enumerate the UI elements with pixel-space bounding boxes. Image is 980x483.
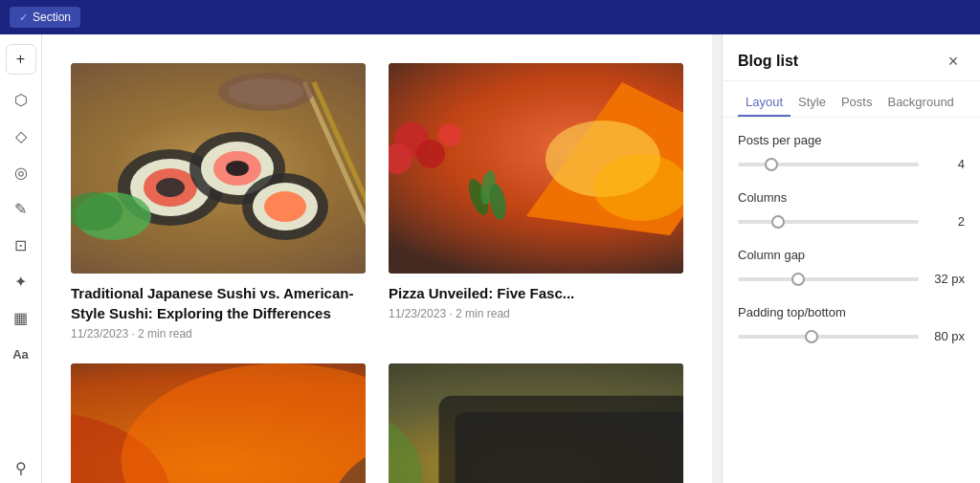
posts-per-page-slider-row: 4 [738, 157, 965, 171]
tab-style-label: Style [798, 95, 826, 109]
padding-group: Padding top/bottom 80 px [738, 305, 965, 343]
padding-label: Padding top/bottom [738, 305, 965, 319]
svg-point-12 [264, 191, 306, 222]
section-label: Section [33, 11, 71, 24]
translate-icon: Aa [12, 347, 29, 362]
sidebar-theme-button[interactable]: ◎ [6, 157, 36, 187]
blog-card-1-date: 11/23/2023 [71, 327, 128, 340]
diamond-icon: ◇ [15, 127, 27, 145]
main-content: Traditional Japanese Sushi vs. American-… [42, 34, 712, 483]
columns-value: 2 [926, 214, 965, 229]
tab-background[interactable]: Background [880, 89, 961, 117]
columns-group: Columns 2 [738, 190, 965, 229]
column-gap-group: Column gap 32 px [738, 248, 965, 286]
sidebar-analytics-button[interactable]: ▦ [6, 302, 36, 333]
column-gap-label: Column gap [738, 248, 965, 262]
sparkle-icon: ✦ [14, 273, 27, 291]
section-badge[interactable]: ✓ Section [10, 7, 80, 28]
sidebar-ai-button[interactable]: ✦ [6, 266, 36, 296]
blog-card-1[interactable]: Traditional Japanese Sushi vs. American-… [71, 63, 366, 340]
plus-icon: + [16, 51, 25, 68]
blog-card-1-image [71, 63, 366, 274]
close-icon: × [948, 52, 959, 72]
panel-title: Blog list [738, 53, 798, 70]
posts-per-page-label: Posts per page [738, 133, 965, 147]
column-gap-slider[interactable] [738, 277, 919, 281]
close-panel-button[interactable]: × [942, 50, 965, 73]
tab-background-label: Background [887, 95, 953, 109]
sidebar-translate-button[interactable]: Aa [6, 339, 36, 369]
right-panel: Blog list × Layout Style Posts Backgroun… [722, 34, 980, 483]
left-sidebar: + ⬡ ◇ ◎ ✎ ⊡ ✦ ▦ Aa ⚲ [0, 34, 42, 483]
posts-per-page-slider[interactable] [738, 163, 919, 166]
panel-tabs: Layout Style Posts Background [723, 81, 980, 118]
columns-label: Columns [738, 190, 965, 205]
sidebar-edit-button[interactable]: ✎ [6, 193, 36, 224]
padding-slider[interactable] [738, 335, 919, 339]
tab-posts[interactable]: Posts [834, 89, 880, 117]
sidebar-layers-button[interactable]: ⬡ [6, 84, 36, 115]
check-icon: ✓ [19, 11, 28, 24]
search-icon: ⚲ [15, 459, 27, 477]
column-gap-value: 32 px [926, 272, 965, 286]
bag-icon: ⊡ [14, 236, 27, 254]
chart-icon: ▦ [13, 309, 28, 327]
blog-card-2-image [389, 63, 683, 274]
posts-per-page-value: 4 [926, 157, 965, 171]
svg-point-5 [156, 178, 185, 197]
blog-card-1-title: Traditional Japanese Sushi vs. American-… [71, 283, 366, 323]
blog-card-2-date: 11/23/2023 [389, 307, 446, 320]
padding-slider-row: 80 px [738, 329, 965, 343]
blog-card-3-image [71, 363, 366, 483]
columns-slider-row: 2 [738, 214, 965, 229]
layers-icon: ⬡ [14, 91, 28, 109]
blog-card-2-meta: 11/23/2023 · 2 min read [389, 307, 683, 320]
svg-point-9 [226, 161, 249, 176]
blog-card-4-image [389, 363, 683, 483]
blog-grid: Traditional Japanese Sushi vs. American-… [71, 63, 683, 483]
columns-slider[interactable] [738, 220, 919, 224]
tab-posts-label: Posts [841, 95, 873, 109]
tab-style[interactable]: Style [791, 89, 834, 117]
blog-card-4[interactable] [389, 363, 683, 483]
blog-card-3[interactable] [71, 363, 366, 483]
add-element-button[interactable]: + [6, 44, 36, 75]
tab-layout[interactable]: Layout [738, 89, 791, 117]
svg-point-26 [438, 123, 461, 146]
palette-icon: ◎ [14, 164, 28, 182]
blog-card-2-read-time: 2 min read [456, 307, 510, 320]
panel-header: Blog list × [723, 34, 980, 81]
sidebar-search-button[interactable]: ⚲ [6, 452, 36, 483]
blog-card-1-read-time: 2 min read [138, 327, 192, 340]
sidebar-shapes-button[interactable]: ◇ [6, 121, 36, 151]
edit-icon: ✎ [14, 200, 27, 218]
svg-point-18 [228, 78, 304, 105]
panel-body: Posts per page 4 Columns 2 Column gap 32… [723, 118, 980, 378]
blog-card-2-title: Pizza Unveiled: Five Fasc... [389, 283, 683, 303]
svg-point-24 [416, 140, 445, 168]
blog-card-1-meta: 11/23/2023 · 2 min read [71, 327, 366, 340]
posts-per-page-group: Posts per page 4 [738, 133, 965, 171]
svg-rect-40 [455, 412, 683, 483]
blog-card-2[interactable]: Pizza Unveiled: Five Fasc... 11/23/2023 … [389, 63, 683, 340]
padding-value: 80 px [926, 329, 965, 343]
sidebar-store-button[interactable]: ⊡ [6, 230, 36, 260]
tab-layout-label: Layout [746, 95, 783, 109]
column-gap-slider-row: 32 px [738, 272, 965, 286]
top-bar: ✓ Section [0, 0, 980, 34]
